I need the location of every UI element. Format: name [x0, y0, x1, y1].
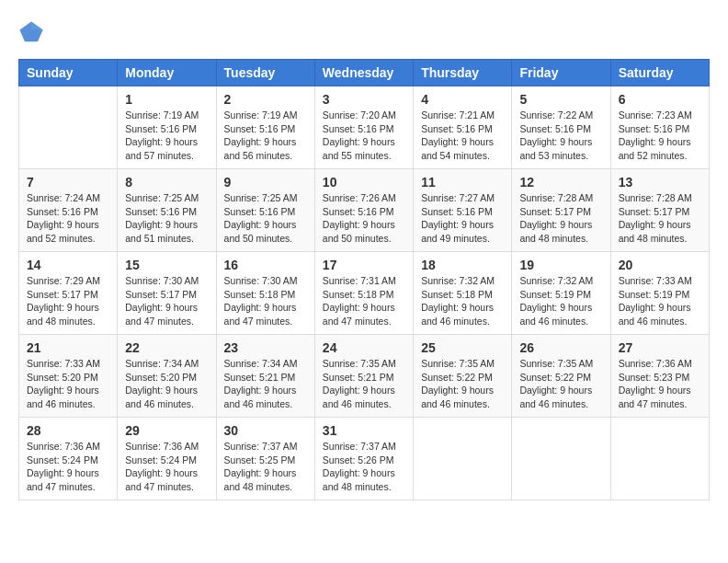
day-number: 29	[125, 423, 208, 438]
day-info: Sunrise: 7:33 AM Sunset: 5:20 PM Dayligh…	[27, 357, 109, 411]
calendar-cell: 17Sunrise: 7:31 AM Sunset: 5:18 PM Dayli…	[314, 252, 413, 335]
calendar-cell: 13Sunrise: 7:28 AM Sunset: 5:17 PM Dayli…	[610, 169, 709, 252]
calendar-table: SundayMondayTuesdayWednesdayThursdayFrid…	[18, 59, 710, 500]
day-info: Sunrise: 7:27 AM Sunset: 5:16 PM Dayligh…	[421, 191, 504, 246]
calendar-cell: 8Sunrise: 7:25 AM Sunset: 5:16 PM Daylig…	[118, 169, 216, 252]
day-header-friday: Friday	[512, 60, 610, 86]
day-number: 17	[323, 258, 405, 272]
day-number: 7	[27, 175, 109, 190]
calendar-cell: 11Sunrise: 7:27 AM Sunset: 5:16 PM Dayli…	[414, 169, 512, 252]
day-header-monday: Monday	[118, 60, 216, 86]
calendar-cell: 30Sunrise: 7:37 AM Sunset: 5:25 PM Dayli…	[216, 418, 314, 500]
calendar-cell: 20Sunrise: 7:33 AM Sunset: 5:19 PM Dayli…	[610, 252, 709, 335]
calendar-cell: 28Sunrise: 7:36 AM Sunset: 5:24 PM Dayli…	[19, 418, 118, 500]
day-info: Sunrise: 7:32 AM Sunset: 5:18 PM Dayligh…	[421, 274, 504, 328]
calendar-cell	[19, 86, 118, 169]
calendar-cell	[414, 418, 512, 500]
day-info: Sunrise: 7:26 AM Sunset: 5:16 PM Dayligh…	[323, 191, 405, 246]
calendar-cell: 9Sunrise: 7:25 AM Sunset: 5:16 PM Daylig…	[216, 169, 314, 252]
calendar-cell: 12Sunrise: 7:28 AM Sunset: 5:17 PM Dayli…	[512, 169, 610, 252]
day-info: Sunrise: 7:35 AM Sunset: 5:22 PM Dayligh…	[519, 357, 602, 411]
calendar-cell: 23Sunrise: 7:34 AM Sunset: 5:21 PM Dayli…	[216, 335, 314, 418]
logo-icon	[18, 18, 44, 44]
calendar-cell: 24Sunrise: 7:35 AM Sunset: 5:21 PM Dayli…	[314, 335, 413, 418]
calendar-week-2: 7Sunrise: 7:24 AM Sunset: 5:16 PM Daylig…	[19, 169, 710, 252]
day-header-saturday: Saturday	[610, 60, 709, 86]
day-info: Sunrise: 7:31 AM Sunset: 5:18 PM Dayligh…	[323, 274, 405, 328]
day-number: 28	[27, 423, 109, 438]
day-number: 18	[421, 258, 504, 272]
day-number: 8	[125, 175, 208, 190]
day-header-thursday: Thursday	[414, 60, 512, 86]
day-number: 3	[323, 92, 405, 107]
calendar-week-4: 21Sunrise: 7:33 AM Sunset: 5:20 PM Dayli…	[19, 335, 710, 418]
day-info: Sunrise: 7:23 AM Sunset: 5:16 PM Dayligh…	[619, 109, 701, 163]
day-info: Sunrise: 7:32 AM Sunset: 5:19 PM Dayligh…	[519, 274, 602, 328]
day-number: 26	[519, 340, 602, 355]
day-number: 30	[224, 423, 307, 438]
day-number: 27	[619, 340, 701, 355]
calendar-week-5: 28Sunrise: 7:36 AM Sunset: 5:24 PM Dayli…	[19, 418, 710, 500]
calendar-header: SundayMondayTuesdayWednesdayThursdayFrid…	[19, 60, 710, 86]
day-number: 21	[27, 340, 109, 355]
calendar-cell: 3Sunrise: 7:20 AM Sunset: 5:16 PM Daylig…	[314, 86, 413, 169]
day-number: 6	[619, 92, 701, 107]
day-info: Sunrise: 7:35 AM Sunset: 5:22 PM Dayligh…	[421, 357, 504, 411]
calendar-cell: 25Sunrise: 7:35 AM Sunset: 5:22 PM Dayli…	[414, 335, 512, 418]
day-info: Sunrise: 7:36 AM Sunset: 5:23 PM Dayligh…	[619, 357, 701, 411]
day-info: Sunrise: 7:25 AM Sunset: 5:16 PM Dayligh…	[125, 191, 208, 246]
day-info: Sunrise: 7:34 AM Sunset: 5:21 PM Dayligh…	[224, 357, 307, 411]
calendar-week-3: 14Sunrise: 7:29 AM Sunset: 5:17 PM Dayli…	[19, 252, 710, 335]
svg-marker-1	[31, 22, 43, 30]
calendar-cell: 14Sunrise: 7:29 AM Sunset: 5:17 PM Dayli…	[19, 252, 118, 335]
day-number: 2	[224, 92, 307, 107]
calendar-cell: 7Sunrise: 7:24 AM Sunset: 5:16 PM Daylig…	[19, 169, 118, 252]
calendar-cell: 1Sunrise: 7:19 AM Sunset: 5:16 PM Daylig…	[118, 86, 216, 169]
day-headers-row: SundayMondayTuesdayWednesdayThursdayFrid…	[19, 60, 710, 86]
calendar-cell	[610, 418, 709, 500]
calendar-cell: 5Sunrise: 7:22 AM Sunset: 5:16 PM Daylig…	[512, 86, 610, 169]
day-number: 14	[27, 258, 109, 272]
calendar-cell: 19Sunrise: 7:32 AM Sunset: 5:19 PM Dayli…	[512, 252, 610, 335]
day-info: Sunrise: 7:25 AM Sunset: 5:16 PM Dayligh…	[224, 191, 307, 246]
calendar-cell: 29Sunrise: 7:36 AM Sunset: 5:24 PM Dayli…	[118, 418, 216, 500]
day-info: Sunrise: 7:21 AM Sunset: 5:16 PM Dayligh…	[421, 109, 504, 163]
day-header-tuesday: Tuesday	[216, 60, 314, 86]
calendar-cell: 22Sunrise: 7:34 AM Sunset: 5:20 PM Dayli…	[118, 335, 216, 418]
calendar-cell: 10Sunrise: 7:26 AM Sunset: 5:16 PM Dayli…	[314, 169, 413, 252]
day-info: Sunrise: 7:35 AM Sunset: 5:21 PM Dayligh…	[323, 357, 405, 411]
calendar-cell: 16Sunrise: 7:30 AM Sunset: 5:18 PM Dayli…	[216, 252, 314, 335]
calendar-cell: 6Sunrise: 7:23 AM Sunset: 5:16 PM Daylig…	[610, 86, 709, 169]
day-number: 25	[421, 340, 504, 355]
calendar-cell	[512, 418, 610, 500]
day-info: Sunrise: 7:20 AM Sunset: 5:16 PM Dayligh…	[323, 109, 405, 163]
day-info: Sunrise: 7:36 AM Sunset: 5:24 PM Dayligh…	[125, 440, 208, 494]
day-info: Sunrise: 7:37 AM Sunset: 5:25 PM Dayligh…	[224, 440, 307, 494]
day-info: Sunrise: 7:28 AM Sunset: 5:17 PM Dayligh…	[619, 191, 701, 246]
day-info: Sunrise: 7:19 AM Sunset: 5:16 PM Dayligh…	[224, 109, 307, 163]
day-number: 4	[421, 92, 504, 107]
day-info: Sunrise: 7:37 AM Sunset: 5:26 PM Dayligh…	[323, 440, 405, 494]
day-number: 12	[519, 175, 602, 190]
calendar-cell: 21Sunrise: 7:33 AM Sunset: 5:20 PM Dayli…	[19, 335, 118, 418]
day-info: Sunrise: 7:29 AM Sunset: 5:17 PM Dayligh…	[27, 274, 109, 328]
calendar-cell: 15Sunrise: 7:30 AM Sunset: 5:17 PM Dayli…	[118, 252, 216, 335]
day-number: 10	[323, 175, 405, 190]
day-info: Sunrise: 7:36 AM Sunset: 5:24 PM Dayligh…	[27, 440, 109, 494]
day-info: Sunrise: 7:33 AM Sunset: 5:19 PM Dayligh…	[619, 274, 701, 328]
day-number: 11	[421, 175, 504, 190]
calendar-body: 1Sunrise: 7:19 AM Sunset: 5:16 PM Daylig…	[19, 86, 710, 500]
calendar-week-1: 1Sunrise: 7:19 AM Sunset: 5:16 PM Daylig…	[19, 86, 710, 169]
day-info: Sunrise: 7:22 AM Sunset: 5:16 PM Dayligh…	[519, 109, 602, 163]
calendar-cell: 27Sunrise: 7:36 AM Sunset: 5:23 PM Dayli…	[610, 335, 709, 418]
logo	[18, 18, 48, 44]
calendar-cell: 2Sunrise: 7:19 AM Sunset: 5:16 PM Daylig…	[216, 86, 314, 169]
calendar-cell: 31Sunrise: 7:37 AM Sunset: 5:26 PM Dayli…	[314, 418, 413, 500]
day-number: 16	[224, 258, 307, 272]
day-info: Sunrise: 7:19 AM Sunset: 5:16 PM Dayligh…	[125, 109, 208, 163]
day-number: 24	[323, 340, 405, 355]
day-number: 23	[224, 340, 307, 355]
day-number: 15	[125, 258, 208, 272]
day-info: Sunrise: 7:24 AM Sunset: 5:16 PM Dayligh…	[27, 191, 109, 246]
day-header-wednesday: Wednesday	[314, 60, 413, 86]
